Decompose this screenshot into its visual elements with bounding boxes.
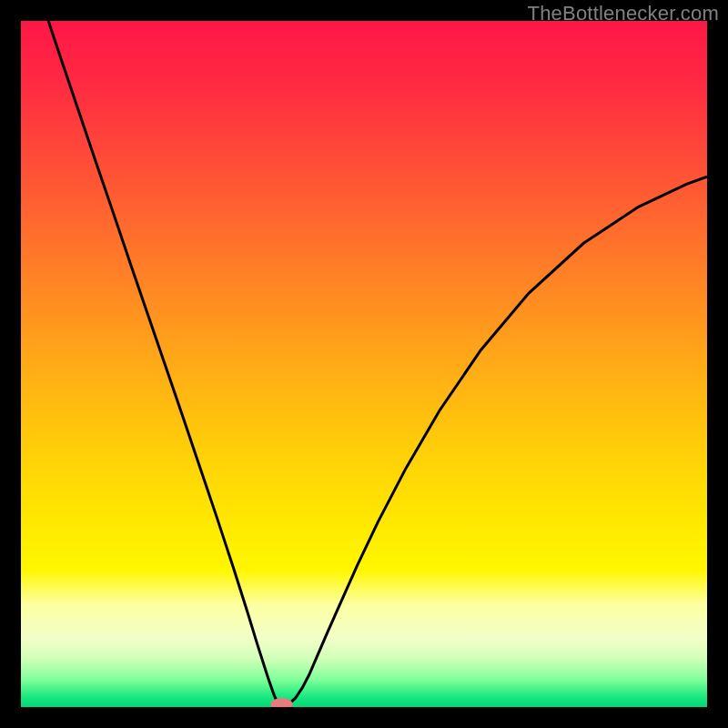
watermark-text: TheBottlenecker.com [528,2,719,25]
gradient-background [21,21,707,707]
chart-canvas [21,21,707,707]
chart-frame: TheBottlenecker.com [0,0,728,728]
plot-area [21,21,707,707]
